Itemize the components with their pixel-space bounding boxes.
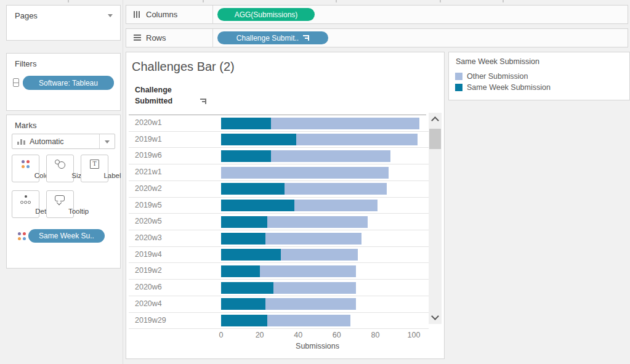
bar-segment-same-week[interactable] (221, 298, 265, 310)
bar-segment-same-week[interactable] (221, 265, 260, 277)
bar-row: 2019w6 (129, 148, 429, 164)
mark-type-dropdown[interactable]: Automatic (12, 134, 115, 149)
bar-row: 2020w4 (129, 296, 429, 313)
row-label[interactable]: 2021w1 (135, 168, 162, 176)
bar-segment-same-week[interactable] (221, 150, 271, 162)
rows-shelf[interactable]: Rows Challenge Submit.. (126, 28, 628, 47)
bar-row: 2019w4 (129, 247, 429, 264)
bar-segment-other[interactable] (267, 315, 350, 326)
row-label[interactable]: 2020w5 (135, 217, 162, 225)
bar-segment-other[interactable] (265, 233, 362, 245)
marks-color-pill[interactable]: Same Week Su.. (28, 229, 105, 243)
bar-segment-other[interactable] (265, 298, 356, 310)
legend-title: Same Week Submission (456, 57, 539, 66)
row-label[interactable]: 2020w1 (135, 118, 162, 127)
bar-segment-same-week[interactable] (221, 282, 273, 294)
x-tick-label: 20 (248, 331, 272, 339)
legend-swatch (455, 84, 462, 91)
pages-card: Pages (6, 5, 121, 41)
tableau-worksheet: Pages Filters Software: Tableau Marks Au… (0, 0, 630, 364)
columns-pill[interactable]: AGG(Submissions) (217, 8, 315, 21)
row-label[interactable]: 2019w29 (135, 316, 166, 325)
panel-divider[interactable] (123, 0, 123, 364)
x-tick-label: 0 (209, 331, 233, 339)
legend-swatch (455, 73, 462, 80)
vertical-scrollbar[interactable] (429, 113, 442, 324)
bar-segment-other[interactable] (271, 150, 390, 162)
marks-label: Marks (15, 121, 36, 130)
legend-entry[interactable]: Other Submission (455, 71, 629, 82)
bar-segment-same-week[interactable] (221, 118, 271, 129)
top-tick (503, 0, 504, 2)
row-label[interactable]: 2020w4 (135, 299, 162, 308)
row-header-line2[interactable]: Submitted (135, 97, 172, 105)
chart-card: Challenges Bar (2) Challenge Submitted 2… (126, 52, 445, 359)
row-label[interactable]: 2020w3 (135, 233, 162, 242)
legend-entry-label: Same Week Submission (467, 83, 551, 92)
shelf-divider (212, 29, 213, 47)
top-tick (336, 0, 337, 2)
filter-pill[interactable]: Software: Tableau (23, 76, 114, 90)
row-label[interactable]: 2020w6 (135, 283, 162, 291)
bar-segment-other[interactable] (285, 183, 387, 195)
row-label[interactable]: 2019w5 (135, 201, 162, 209)
bar-row: 2021w1 (129, 164, 429, 181)
scrollbar-thumb[interactable] (429, 129, 441, 149)
x-axis: 020406080100 (126, 331, 445, 341)
bar-segment-same-week[interactable] (221, 315, 267, 326)
bar-row: 2019w29 (129, 313, 429, 330)
bar-segment-same-week[interactable] (221, 134, 296, 145)
scroll-down-icon[interactable] (431, 312, 439, 320)
color-button[interactable]: Color (12, 155, 39, 182)
header-sort-icon[interactable] (200, 99, 206, 105)
legend-entries: Other SubmissionSame Week Submission (449, 71, 629, 93)
bar-row: 2020w3 (129, 230, 429, 247)
rows-pill[interactable]: Challenge Submit.. (217, 31, 328, 44)
bar-segment-same-week[interactable] (221, 216, 267, 228)
filter-pill-label: Software: Tableau (39, 79, 98, 87)
row-label[interactable]: 2020w2 (135, 184, 162, 193)
bar-segment-other[interactable] (260, 265, 357, 277)
columns-shelf[interactable]: Columns AGG(Submissions) (126, 5, 628, 24)
size-button[interactable]: Size (46, 155, 74, 182)
color-encoding-icon (18, 232, 26, 240)
dropdown-caret-box[interactable] (99, 134, 115, 148)
label-button-label: Label (99, 172, 126, 179)
scroll-up-icon[interactable] (431, 116, 439, 124)
row-label[interactable]: 2019w4 (135, 250, 162, 259)
label-button[interactable]: T Label (81, 155, 108, 182)
bar-segment-other[interactable] (294, 200, 378, 211)
chevron-down-icon (105, 140, 110, 144)
chevron-down-icon[interactable] (108, 14, 113, 17)
row-label[interactable]: 2019w1 (135, 135, 162, 144)
chart-title: Challenges Bar (2) (132, 60, 235, 74)
row-label[interactable]: 2019w2 (135, 266, 162, 275)
tooltip-button[interactable]: Tooltip (46, 190, 74, 218)
rows-shelf-label: Rows (146, 33, 166, 42)
bar-segment-same-week[interactable] (221, 233, 265, 245)
bar-segment-other[interactable] (273, 282, 357, 294)
bar-segment-same-week[interactable] (221, 183, 285, 195)
marks-card: Marks Automatic Color Size T Label (6, 115, 121, 269)
filter-context-icon (13, 78, 19, 87)
row-header-line1[interactable]: Challenge (135, 86, 172, 94)
legend-entry-label: Other Submission (467, 72, 528, 81)
row-label[interactable]: 2019w6 (135, 151, 162, 160)
bar-segment-other[interactable] (281, 249, 358, 261)
rows-pill-label: Challenge Submit.. (236, 34, 299, 42)
bar-segment-other[interactable] (267, 216, 368, 228)
bar-segment-other[interactable] (296, 134, 418, 145)
tooltip-icon (55, 195, 65, 204)
top-tick (203, 0, 204, 2)
legend-entry[interactable]: Same Week Submission (455, 82, 629, 93)
filters-card: Filters Software: Tableau (6, 53, 121, 111)
columns-pill-label: AGG(Submissions) (235, 10, 298, 19)
rows-icon (134, 34, 141, 41)
marks-color-pill-label: Same Week Su.. (39, 232, 94, 240)
bar-segment-same-week[interactable] (221, 200, 294, 211)
bar-row: 2020w2 (129, 181, 429, 198)
bar-segment-other[interactable] (271, 118, 419, 129)
detail-button[interactable]: Detail (12, 190, 39, 218)
bar-segment-same-week[interactable] (221, 249, 281, 261)
bar-segment-other[interactable] (221, 167, 389, 179)
